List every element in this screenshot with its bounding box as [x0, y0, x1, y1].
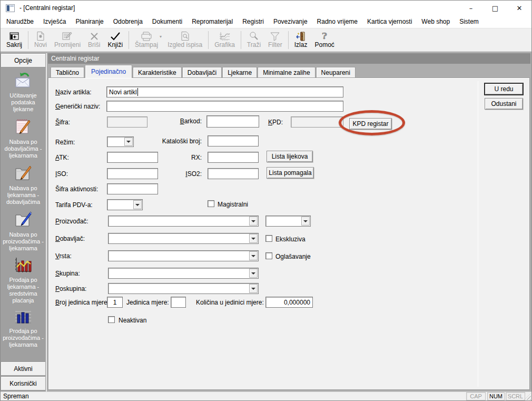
tarifa-pdv-label: Tarifa PDV-a:	[55, 201, 93, 209]
maximize-icon[interactable]: □	[483, 1, 507, 15]
proizvodac-secondary-combobox[interactable]	[265, 216, 311, 227]
chevron-down-icon[interactable]	[301, 217, 310, 226]
menu-planiranje[interactable]: Planiranje	[71, 16, 108, 27]
brisi-button[interactable]: Briši	[84, 30, 104, 50]
barkod-input[interactable]	[206, 115, 259, 128]
chevron-down-icon[interactable]	[249, 269, 258, 278]
menu-izvjesca[interactable]: Izvješća	[38, 16, 71, 27]
novi-button[interactable]: Novi	[31, 30, 51, 50]
kataloski-broj-input[interactable]	[208, 135, 259, 146]
menu-repromaterijal[interactable]: Repromaterijal	[187, 16, 238, 27]
chevron-down-icon[interactable]	[249, 217, 258, 226]
close-icon[interactable]: ✕	[507, 1, 531, 15]
kolicina-u-jedinici-input[interactable]	[265, 297, 313, 308]
tab-ljekarne[interactable]: Ljekarne	[222, 67, 257, 78]
kataloski-broj-label: Kataloški broj:	[144, 138, 202, 145]
broj-jedinica-mjere-input[interactable]	[107, 297, 123, 308]
delete-x-icon	[90, 31, 99, 41]
magistralni-label: Magistralni	[218, 201, 248, 208]
pomoc-button[interactable]: ? Pomoć	[311, 30, 338, 50]
oglasavanje-label: Oglašavanje	[275, 253, 311, 260]
sidebar-item-prodaja-proizvodaci-ljekarne[interactable]: Prodaja po proizvođačima - ljekarnama	[1, 309, 46, 348]
knjizi-button[interactable]: Knjiži	[104, 30, 126, 50]
chevron-down-icon[interactable]	[124, 138, 133, 146]
menu-web-shop[interactable]: Web shop	[417, 16, 455, 27]
poskupina-combobox[interactable]	[108, 283, 259, 294]
sidebar-item-label: Prodaja po ljekarnama - sredstvima plaća…	[1, 277, 46, 304]
menu-radno-vrijeme[interactable]: Radno vrijeme	[312, 16, 362, 27]
tarifa-pdv-combobox[interactable]	[107, 199, 143, 210]
sidebar-item-nabava-ljekarne-dobavljaci[interactable]: Nabava po ljekarnama - dobavljačima	[1, 164, 46, 206]
menu-sistem[interactable]: Sistem	[455, 16, 484, 27]
menu-registri[interactable]: Registri	[238, 16, 269, 27]
menu-kartica-vjernosti[interactable]: Kartica vjernosti	[362, 16, 417, 27]
chart-bars-line-icon	[14, 257, 33, 275]
tab-minimalne-zalihe[interactable]: Minimalne zalihe	[258, 67, 315, 78]
kpd-field-disabled	[291, 116, 343, 128]
lista-lijekova-button[interactable]: Lista lijekova	[267, 151, 313, 162]
skupina-combobox[interactable]	[108, 268, 259, 279]
tab-pojedinacno[interactable]: Pojedinačno	[85, 65, 132, 78]
menu-dokumenti[interactable]: Dokumenti	[147, 16, 187, 27]
trazi-button[interactable]: Traži	[243, 30, 264, 50]
chevron-down-icon[interactable]	[249, 234, 258, 243]
sidebar-item-prodaja-ljekarne-sredstva[interactable]: Prodaja po ljekarnama - sredstvima plaća…	[1, 257, 46, 304]
title-bar: - [Centralni registar] – □ ✕	[1, 1, 531, 15]
filter-button[interactable]: Filter	[264, 30, 286, 50]
magistralni-checkbox[interactable]	[208, 200, 214, 207]
genericki-naziv-input[interactable]	[106, 101, 343, 112]
iso2-label: ISO2:	[144, 170, 202, 178]
kpd-label: KPD:	[257, 119, 283, 126]
menu-odobrenja[interactable]: Odobrenja	[109, 16, 147, 27]
jedinica-mjere-input[interactable]	[171, 297, 186, 308]
sidebar-item-ucitavanje-podataka[interactable]: Učitavanje podataka ljekarne	[1, 71, 46, 113]
izlaz-button[interactable]: Izlaz	[291, 30, 311, 50]
u-redu-button[interactable]: U redu	[485, 83, 523, 95]
toolbar-separator	[208, 31, 209, 49]
naziv-artikla-input[interactable]: Novi artikl	[106, 86, 343, 97]
vrsta-combobox[interactable]	[108, 250, 259, 261]
menu-narudzbe[interactable]: Narudžbe	[2, 16, 38, 27]
grafika-button[interactable]: Grafika	[211, 30, 239, 50]
notepad-pencil-icon	[14, 118, 33, 137]
rezim-combobox[interactable]	[107, 136, 134, 147]
dobavljac-label: Dobavljač:	[55, 235, 85, 242]
sidebar-item-nabava-dobavljaci-ljekarne[interactable]: Nabava po dobavljačima - ljekarnama	[1, 118, 46, 159]
tab-karakteristike[interactable]: Karakteristike	[133, 67, 182, 78]
minimize-icon[interactable]: –	[459, 1, 483, 15]
toolbar-separator	[288, 31, 289, 49]
rezim-label: Režim:	[55, 139, 75, 146]
stampaj-button[interactable]: Štampaj	[131, 30, 162, 50]
tab-neupareni[interactable]: Neupareni	[316, 67, 356, 78]
lista-pomagala-button[interactable]: Lista pomagala	[267, 167, 314, 179]
rx-input[interactable]	[208, 152, 259, 163]
menu-bar: Narudžbe Izvješća Planiranje Odobrenja D…	[1, 15, 531, 28]
dobavljac-combobox[interactable]	[108, 233, 259, 244]
naziv-artikla-label: Naziv artikla:	[55, 89, 92, 96]
odustani-button[interactable]: Odustani	[485, 98, 523, 110]
iso2-input[interactable]	[208, 168, 259, 179]
chart-bars-blue-icon	[14, 309, 33, 326]
oglasavanje-checkbox[interactable]	[265, 252, 272, 259]
sidebar-item-nabava-proizvodaci-ljekarne[interactable]: Nabava po proizvođačima - ljekarnama	[1, 210, 46, 252]
toolbar-separator	[129, 31, 129, 49]
tab-tablicno[interactable]: Tablično	[51, 67, 84, 78]
promijeni-button[interactable]: Promijeni	[51, 30, 84, 50]
ekskluziva-checkbox[interactable]	[265, 235, 272, 242]
sifra-aktivnosti-input[interactable]	[107, 183, 158, 194]
chevron-down-icon[interactable]	[249, 284, 258, 293]
opcije-header-button[interactable]: Opcije	[1, 53, 46, 67]
proizvodac-combobox[interactable]	[108, 216, 259, 227]
status-message: Spreman	[3, 393, 29, 400]
chevron-down-icon[interactable]	[249, 251, 258, 260]
sakrij-button[interactable]: Sakrij	[3, 30, 26, 50]
tab-dobavljaci[interactable]: Dobavljači	[182, 67, 222, 78]
document-caption: Centralni registar	[48, 53, 530, 64]
chevron-down-icon[interactable]	[133, 200, 142, 209]
neaktivan-checkbox[interactable]	[108, 316, 115, 323]
izgled-ispisa-button[interactable]: Izgled ispisa	[164, 30, 206, 50]
korisnicki-button[interactable]: Korisnički	[1, 376, 46, 390]
aktivni-button[interactable]: Aktivni	[1, 361, 46, 376]
menu-povezivanje[interactable]: Povezivanje	[269, 16, 312, 27]
ekskluziva-label: Ekskluziva	[275, 236, 306, 243]
